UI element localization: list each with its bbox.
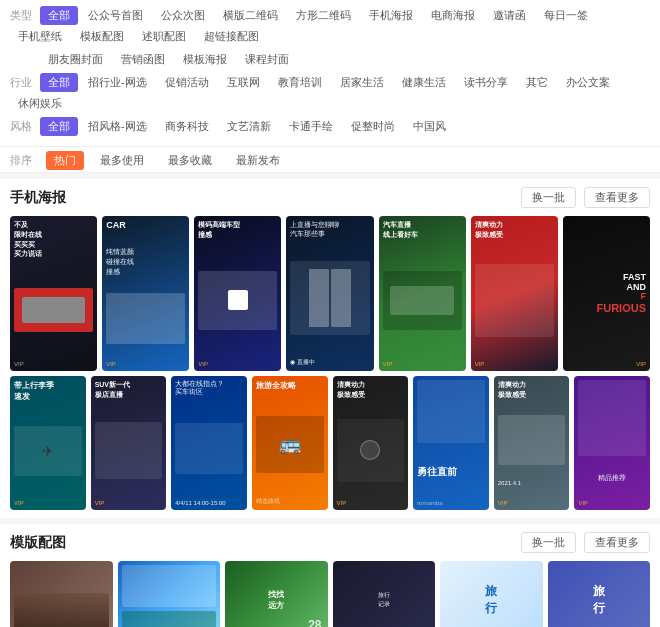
- type-course-cover[interactable]: 课程封面: [237, 50, 297, 69]
- industry-filter-row: 行业 全部 招行业-网选 促销活动 互联网 教育培训 居家生活 健康生活 读书分…: [10, 73, 650, 113]
- style-label: 风格: [10, 119, 38, 134]
- industry-books[interactable]: 读书分享: [456, 73, 516, 92]
- style-filter-row: 风格 全部 招风格-网选 商务科技 文艺清新 卡通手绘 促整时尚 中国风: [10, 117, 650, 136]
- style-cartoon[interactable]: 卡通手绘: [281, 117, 341, 136]
- type-horiz-qr[interactable]: 横版二维码: [215, 6, 286, 25]
- phone-card-12[interactable]: 清爽动力极致感受 VIP: [333, 376, 409, 510]
- phone-poster-more-btn[interactable]: 查看更多: [584, 187, 650, 208]
- type-filter-row2: 朋友圈封面 营销函图 模板海报 课程封面: [10, 50, 650, 69]
- industry-promo[interactable]: 促销活动: [157, 73, 217, 92]
- phone-card-5[interactable]: 汽车直播线上看好车 VIP: [379, 216, 466, 371]
- industry-health[interactable]: 健康生活: [394, 73, 454, 92]
- template-config-more-btn[interactable]: 查看更多: [584, 532, 650, 553]
- template-config-refresh-btn[interactable]: 换一批: [521, 532, 576, 553]
- phone-card-6[interactable]: 清爽动力极致感受 VIP: [471, 216, 558, 371]
- industry-education[interactable]: 教育培训: [270, 73, 330, 92]
- phone-card-13[interactable]: 勇往直前 romamba: [413, 376, 489, 510]
- sort-label: 排序: [10, 153, 38, 168]
- phone-card-15[interactable]: 精品推荐 VIP: [574, 376, 650, 510]
- type-wechat-sub[interactable]: 公众次图: [153, 6, 213, 25]
- phone-poster-header: 手机海报 换一批 查看更多: [10, 187, 650, 208]
- template-config-header: 模版配图 换一批 查看更多: [10, 532, 650, 553]
- sort-row: 排序 热门 最多使用 最多收藏 最新发布: [0, 147, 660, 173]
- phone-card-3[interactable]: 模码高端车型撞感 VIP: [194, 216, 281, 371]
- horiz-card-6[interactable]: 旅行: [548, 561, 651, 627]
- template-config-section: 模版配图 换一批 查看更多 找找远方 28: [0, 524, 660, 627]
- phone-poster-section: 手机海报 换一批 查看更多 不及限时在线买买买买力说话 VIP CAR 纯情蓝颜…: [0, 179, 660, 518]
- phone-card-4[interactable]: 上直播与您聊聊汽车那些事 ◉ 直播中: [286, 216, 373, 371]
- industry-office[interactable]: 办公文案: [558, 73, 618, 92]
- phone-card-9[interactable]: SUV新一代极店直播 VIP: [91, 376, 167, 510]
- type-wallpaper[interactable]: 手机壁纸: [10, 27, 70, 46]
- industry-recruit[interactable]: 招行业-网选: [80, 73, 155, 92]
- horiz-card-4[interactable]: 旅行记录: [333, 561, 436, 627]
- horiz-card-3[interactable]: 找找远方 28: [225, 561, 328, 627]
- horiz-card-2[interactable]: [118, 561, 221, 627]
- type-label: 类型: [10, 8, 38, 23]
- industry-label: 行业: [10, 75, 38, 90]
- phone-card-8[interactable]: 带上行李季速发 ✈ VIP: [10, 376, 86, 510]
- horiz-card-1[interactable]: [10, 561, 113, 627]
- phone-poster-refresh-btn[interactable]: 换一批: [521, 187, 576, 208]
- type-ecom-poster[interactable]: 电商海报: [423, 6, 483, 25]
- sort-most-fav[interactable]: 最多收藏: [160, 151, 220, 170]
- type-marketing[interactable]: 营销函图: [113, 50, 173, 69]
- sort-hot[interactable]: 热门: [46, 151, 84, 170]
- phone-card-10[interactable]: 大都在线指点？买车街区 4/4/11 14:00-15:00: [171, 376, 247, 510]
- type-phone-poster[interactable]: 手机海报: [361, 6, 421, 25]
- style-recruit[interactable]: 招风格-网选: [80, 117, 155, 136]
- style-all[interactable]: 全部: [40, 117, 78, 136]
- style-fashion[interactable]: 促整时尚: [343, 117, 403, 136]
- style-literary[interactable]: 文艺清新: [219, 117, 279, 136]
- phone-poster-title: 手机海报: [10, 189, 66, 207]
- type-wechat-cover[interactable]: 公众号首图: [80, 6, 151, 25]
- phone-card-14[interactable]: 清爽动力极致感受 2021.4.1 VIP: [494, 376, 570, 510]
- phone-card-2[interactable]: CAR 纯情蓝颜碰撞在线撞感 VIP: [102, 216, 189, 371]
- type-daily[interactable]: 每日一签: [536, 6, 596, 25]
- type-template-poster[interactable]: 模板海报: [175, 50, 235, 69]
- template-config-actions: 换一批 查看更多: [521, 532, 650, 553]
- style-biz-tech[interactable]: 商务科技: [157, 117, 217, 136]
- industry-all[interactable]: 全部: [40, 73, 78, 92]
- type-moments-cover[interactable]: 朋友圈封面: [40, 50, 111, 69]
- sort-newest[interactable]: 最新发布: [228, 151, 288, 170]
- phone-card-11[interactable]: 旅游全攻略 🚌 精选路线: [252, 376, 328, 510]
- phone-poster-actions: 换一批 查看更多: [521, 187, 650, 208]
- industry-leisure[interactable]: 休闲娱乐: [10, 94, 70, 113]
- type-filter-row: 类型 全部 公众号首图 公众次图 横版二维码 方形二维码 手机海报 电商海报 邀…: [10, 6, 650, 46]
- type-template-img[interactable]: 模板配图: [72, 27, 132, 46]
- type-square-qr[interactable]: 方形二维码: [288, 6, 359, 25]
- type-report[interactable]: 述职配图: [134, 27, 194, 46]
- industry-home[interactable]: 居家生活: [332, 73, 392, 92]
- horiz-card-5[interactable]: 旅行: [440, 561, 543, 627]
- style-chinese[interactable]: 中国风: [405, 117, 454, 136]
- phone-card-1[interactable]: 不及限时在线买买买买力说话 VIP: [10, 216, 97, 371]
- template-config-title: 模版配图: [10, 534, 66, 552]
- type-hyperlink[interactable]: 超链接配图: [196, 27, 267, 46]
- industry-internet[interactable]: 互联网: [219, 73, 268, 92]
- type-invite[interactable]: 邀请函: [485, 6, 534, 25]
- sort-most-used[interactable]: 最多使用: [92, 151, 152, 170]
- phone-card-7[interactable]: FASTANDF FURIOUS VIP: [563, 216, 650, 371]
- filter-bar: 类型 全部 公众号首图 公众次图 横版二维码 方形二维码 手机海报 电商海报 邀…: [0, 0, 660, 147]
- industry-other[interactable]: 其它: [518, 73, 556, 92]
- type-all[interactable]: 全部: [40, 6, 78, 25]
